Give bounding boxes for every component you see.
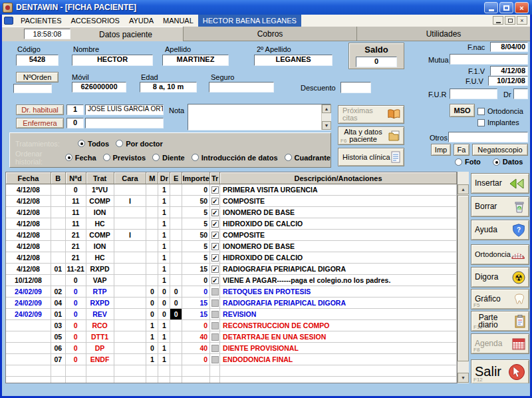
cell-dr[interactable]: 1 (158, 218, 170, 230)
implantes-checkbox[interactable]: Implantes (477, 118, 519, 126)
checkbox-unchecked-icon[interactable] (211, 288, 219, 296)
header-cara[interactable]: Cara (114, 172, 147, 184)
cell-dr[interactable]: 1 (158, 241, 170, 252)
cell-fecha[interactable]: 24/02/09 (6, 298, 51, 309)
checkbox-checked-icon[interactable]: ✓ (211, 220, 219, 228)
cell-desc[interactable] (220, 365, 457, 377)
dr-field[interactable] (513, 89, 528, 99)
cell-tr[interactable] (210, 377, 220, 383)
cell-trat[interactable]: REV (86, 309, 114, 320)
cell-trat[interactable]: RXPD (86, 264, 114, 275)
scroll-up-icon[interactable]: ▲ (458, 184, 469, 194)
cell-m[interactable] (146, 365, 158, 377)
cell-cara[interactable] (114, 241, 147, 252)
cell-fecha[interactable]: 4/12/08 (6, 241, 51, 252)
header-nd[interactable]: Nºd (66, 172, 86, 184)
parte-diario-button[interactable]: Parte diario F11 (471, 311, 529, 331)
cell-e[interactable] (170, 252, 182, 264)
radio-fecha[interactable]: Fecha (65, 154, 96, 162)
cell-m[interactable] (146, 377, 158, 383)
scrollbar-thumb[interactable] (458, 195, 469, 361)
cell-tr[interactable] (210, 354, 220, 365)
cell-trat[interactable]: HC (86, 252, 114, 264)
close-button[interactable]: × (515, 2, 529, 13)
mdi-restore-button[interactable] (505, 16, 515, 25)
cell-cara[interactable] (114, 365, 147, 377)
cell-importe[interactable]: 5 (182, 252, 210, 264)
cell-fecha[interactable]: 4/12/08 (6, 196, 51, 207)
radio-diente[interactable]: Diente (152, 154, 185, 162)
cell-desc[interactable]: VIENE A PAGAR------paga el colegio.no lo… (220, 275, 457, 286)
cell-importe[interactable]: 5 (182, 207, 210, 218)
header-importe[interactable]: Importe (182, 172, 210, 184)
minimize-button[interactable] (484, 2, 498, 13)
cell-nd[interactable]: 0 (66, 275, 86, 286)
cell-cara[interactable]: I (114, 230, 147, 241)
checkbox-checked-icon[interactable]: ✓ (211, 277, 219, 284)
cell-b[interactable]: 05 (51, 331, 66, 343)
radio-introducción-de-datos[interactable]: Introducción de datos (192, 154, 278, 162)
tab-cobros[interactable]: Cobros (183, 27, 356, 41)
enfermera-button[interactable]: Enfermera (16, 118, 64, 128)
table-row[interactable]: 24/02/09040RXPD00015RADIOGRAFIA PERIAPIC… (6, 298, 457, 309)
fa-button[interactable]: Fa (454, 144, 469, 156)
menu-pacientes[interactable]: PACIENTES (16, 15, 66, 27)
cell-nd[interactable]: 11-21 (66, 264, 86, 275)
header-trat[interactable]: Trat (86, 172, 114, 184)
header-b[interactable]: B (51, 172, 66, 184)
cell-tr[interactable] (210, 320, 220, 331)
checkbox-checked-icon[interactable]: ✓ (211, 209, 219, 216)
cell-b[interactable] (51, 377, 66, 383)
cell-importe[interactable]: 5 (182, 218, 210, 230)
cell-dr[interactable]: 1 (158, 320, 170, 331)
table-row[interactable]: 070ENDF110ENDODONCIA FINAL (6, 354, 457, 365)
cell-fecha[interactable] (6, 365, 51, 377)
cell-importe[interactable]: 0 (182, 184, 210, 196)
cell-m[interactable]: 1 (146, 331, 158, 343)
cell-desc[interactable]: RADIOGRAFIA PERIAPICAL DIGORA (220, 298, 457, 309)
cell-trat[interactable]: RTP (86, 286, 114, 298)
cell-dr[interactable]: 0 (158, 309, 170, 320)
maximize-button[interactable] (499, 2, 513, 13)
table-row[interactable]: 060DP0140DIENTE PROVISIONAL (6, 343, 457, 354)
cell-e[interactable]: 0 (170, 309, 182, 320)
cell-dr[interactable]: 1 (158, 196, 170, 207)
table-row[interactable]: 10/12/080VAP10✓VIENE A PAGAR------paga e… (6, 275, 457, 286)
enfermera-name-field[interactable] (85, 118, 164, 128)
nota-field[interactable]: ▲ ▼ (188, 104, 331, 130)
cell-desc[interactable]: HIDROXIDO DE CALCIO (220, 218, 457, 230)
table-row[interactable]: 24/02/09010REV00015REVISION (6, 309, 457, 320)
cell-tr[interactable] (210, 286, 220, 298)
cell-tr[interactable] (210, 365, 220, 377)
cell-dr[interactable]: 1 (158, 184, 170, 196)
dr-habitual-num-field[interactable]: 1 (66, 104, 84, 115)
cell-importe[interactable]: 50 (182, 230, 210, 241)
cell-desc[interactable]: COMPOSITE (220, 230, 457, 241)
agenda-button[interactable]: Agenda F8 (471, 333, 529, 354)
cell-trat[interactable]: RCO (86, 320, 114, 331)
fuv-field[interactable]: 10/12/08 (488, 76, 528, 86)
cell-dr[interactable]: 1 (158, 275, 170, 286)
cell-b[interactable]: 06 (51, 343, 66, 354)
cell-importe[interactable]: 40 (182, 331, 210, 343)
cell-b[interactable]: 02 (51, 286, 66, 298)
cell-cara[interactable] (114, 184, 147, 196)
cell-importe[interactable]: 0 (182, 286, 210, 298)
cell-cara[interactable] (114, 218, 147, 230)
cell-trat[interactable] (86, 377, 114, 383)
scroll-up-icon[interactable]: ▲ (322, 104, 331, 113)
table-row[interactable] (6, 377, 457, 383)
cell-b[interactable]: 03 (51, 320, 66, 331)
table-row[interactable]: 4/12/0821COMPI150✓COMPOSITE (6, 230, 457, 241)
descuento-field[interactable] (340, 82, 371, 93)
cell-desc[interactable]: COMPOSITE (220, 196, 457, 207)
checkbox-unchecked-icon[interactable] (211, 299, 219, 307)
cell-cara[interactable] (114, 207, 147, 218)
scroll-down-icon[interactable]: ▼ (322, 121, 331, 130)
header-dr[interactable]: Dr (158, 172, 170, 184)
cell-m[interactable] (146, 275, 158, 286)
cell-importe[interactable]: 0 (182, 354, 210, 365)
alta-datos-button[interactable]: Alta y datos paciente F6 (338, 126, 404, 145)
cell-cara[interactable] (114, 252, 147, 264)
codigo-field[interactable]: 5428 (16, 55, 59, 66)
